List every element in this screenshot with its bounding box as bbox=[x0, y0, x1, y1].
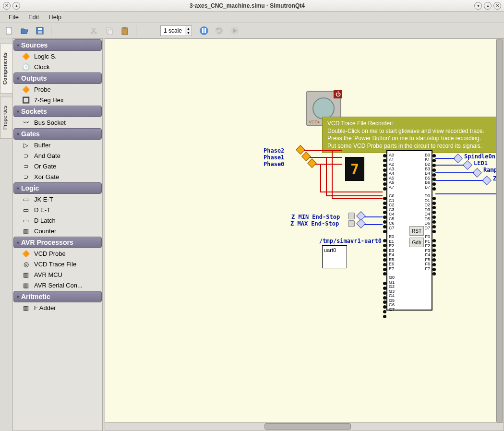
tab-properties[interactable]: Properties bbox=[0, 96, 12, 139]
component-buffer[interactable]: ▷Buffer bbox=[13, 140, 102, 150]
component-icon: ⊃ bbox=[21, 152, 31, 159]
probe-zminhit[interactable] bbox=[482, 176, 492, 185]
menu-edit[interactable]: Edit bbox=[24, 12, 44, 22]
probe-phase2[interactable] bbox=[296, 145, 305, 155]
seven-seg-display[interactable]: 7 bbox=[345, 157, 364, 181]
component-or-gate[interactable]: ⊃Or Gate bbox=[13, 161, 102, 171]
mcu-gdb-button[interactable]: Gdb bbox=[409, 238, 424, 247]
save-button[interactable] bbox=[34, 24, 46, 37]
horizontal-scrollbar[interactable] bbox=[105, 423, 504, 431]
component-label: D Latch bbox=[34, 217, 56, 224]
category-aritmetic[interactable]: Aritmetic bbox=[13, 291, 102, 302]
probe-zmax-sw[interactable] bbox=[356, 219, 366, 228]
avr-mcu[interactable]: A0A1A2A3A4A5A6A7C0C1C2C3C4C5C6C7E0E1E2E3… bbox=[386, 150, 432, 311]
switch-zmin[interactable] bbox=[348, 213, 355, 219]
component-label: Bus Socket bbox=[34, 119, 66, 126]
component-label: VCD Probe bbox=[34, 250, 66, 257]
scale-selector[interactable]: 1 scale ▲▼ bbox=[160, 25, 192, 36]
pause-button[interactable] bbox=[198, 24, 210, 37]
component-label: 7-Seg Hex bbox=[34, 96, 63, 104]
new-button[interactable] bbox=[3, 24, 15, 37]
component-probe[interactable]: 🔶Probe bbox=[13, 84, 102, 95]
component-jk-e-t[interactable]: ▭JK E-T bbox=[13, 194, 102, 204]
close-button[interactable]: ✕ bbox=[493, 2, 501, 10]
svg-rect-7 bbox=[108, 29, 112, 35]
mcu-rst-button[interactable]: RST bbox=[409, 226, 424, 236]
open-button[interactable] bbox=[18, 24, 31, 37]
component-label: VCD Trace File bbox=[34, 261, 76, 268]
circuit-canvas[interactable]: ⏻ VCD▸ VCD Trace File Recorder: Double-C… bbox=[105, 39, 504, 423]
component-vcd-trace-file[interactable]: ◎VCD Trace File bbox=[13, 259, 102, 269]
component-counter[interactable]: ▥Counter bbox=[13, 226, 102, 236]
toolbar: 1 scale ▲▼ bbox=[0, 23, 504, 38]
step-button bbox=[213, 24, 226, 37]
svg-rect-8 bbox=[122, 28, 128, 35]
play-button bbox=[228, 24, 241, 37]
maximize-button[interactable]: ▴ bbox=[484, 2, 492, 10]
tab-components[interactable]: Components bbox=[0, 43, 12, 94]
probe-led1[interactable] bbox=[463, 160, 472, 170]
component-xor-gate[interactable]: ⊃Xor Gate bbox=[13, 171, 102, 182]
vertical-scrollbar[interactable] bbox=[496, 39, 504, 422]
components-panel: Sources🔶Logic S.🕒ClockOutputs🔶Probe🔲7-Se… bbox=[12, 38, 103, 431]
window-title: 3-axes_CNC_machine.simu - SimutronQt4 bbox=[20, 2, 474, 9]
component-f-adder[interactable]: ▥F Adder bbox=[13, 302, 102, 313]
app-menu-icon[interactable]: ✕ bbox=[3, 2, 11, 10]
sticky-icon[interactable]: ▴ bbox=[12, 2, 20, 10]
scale-value: 1 scale bbox=[164, 27, 182, 34]
component-icon: 🔶 bbox=[21, 250, 31, 257]
component-bus-socket[interactable]: 〰Bus Socket bbox=[13, 117, 102, 128]
component-icon: 🕒 bbox=[21, 63, 31, 71]
component-label: And Gate bbox=[34, 152, 60, 159]
probe-phase1[interactable] bbox=[301, 152, 311, 161]
category-avr-processors[interactable]: AVR Processors bbox=[13, 237, 102, 248]
component-avr-serial-con-[interactable]: ▥AVR Serial Con... bbox=[13, 280, 102, 290]
component-icon: ▭ bbox=[21, 195, 31, 203]
component-7-seg-hex[interactable]: 🔲7-Seg Hex bbox=[13, 95, 102, 105]
probe-spindle[interactable] bbox=[453, 154, 463, 163]
canvas-area: ⏻ VCD▸ VCD Trace File Recorder: Double-C… bbox=[105, 38, 504, 431]
copy-button bbox=[103, 24, 116, 37]
component-label: F Adder bbox=[34, 304, 56, 311]
switch-zmax[interactable] bbox=[348, 220, 355, 227]
category-sources[interactable]: Sources bbox=[13, 39, 102, 51]
category-logic[interactable]: Logic bbox=[13, 182, 102, 194]
minimize-button[interactable]: ▾ bbox=[474, 2, 482, 10]
probe-phase0[interactable] bbox=[307, 158, 317, 168]
probe-rampclock[interactable] bbox=[472, 168, 482, 178]
component-d-e-t[interactable]: ▭D E-T bbox=[13, 204, 102, 215]
category-sockets[interactable]: Sockets bbox=[13, 106, 102, 117]
component-clock[interactable]: 🕒Clock bbox=[13, 61, 102, 72]
uart-part[interactable]: uart0 bbox=[322, 245, 347, 268]
component-vcd-probe[interactable]: 🔶VCD Probe bbox=[13, 248, 102, 259]
scale-down[interactable]: ▼ bbox=[185, 31, 192, 35]
cut-button bbox=[88, 24, 100, 37]
svg-rect-9 bbox=[123, 27, 126, 29]
menu-help[interactable]: Help bbox=[44, 12, 66, 22]
component-label: Buffer bbox=[34, 142, 50, 149]
component-icon: 🔲 bbox=[21, 96, 31, 104]
paste-button[interactable] bbox=[119, 24, 131, 37]
label-phase2: Phase2 bbox=[264, 147, 284, 154]
component-icon: ⊃ bbox=[21, 162, 31, 170]
menu-file[interactable]: File bbox=[4, 12, 24, 22]
component-icon: ▥ bbox=[21, 227, 31, 235]
component-logic-s-[interactable]: 🔶Logic S. bbox=[13, 51, 102, 61]
label-uart-path: /tmp/simavr1-uart0 bbox=[319, 238, 382, 244]
component-icon: ◎ bbox=[21, 260, 31, 268]
scale-up[interactable]: ▲ bbox=[185, 26, 192, 31]
svg-rect-3 bbox=[38, 31, 42, 34]
label-led1: LED1 bbox=[474, 160, 488, 167]
category-outputs[interactable]: Outputs bbox=[13, 72, 102, 84]
vcd-tooltip: VCD Trace File Recorder: Double-Click on… bbox=[322, 117, 504, 153]
component-icon: ▷ bbox=[21, 141, 31, 149]
component-and-gate[interactable]: ⊃And Gate bbox=[13, 150, 102, 161]
component-icon: ▭ bbox=[21, 206, 31, 214]
component-label: Or Gate bbox=[34, 163, 56, 170]
category-gates[interactable]: Gates bbox=[13, 128, 102, 140]
component-d-latch[interactable]: ▭D Latch bbox=[13, 215, 102, 226]
component-avr-mcu[interactable]: ▥AVR MCU bbox=[13, 269, 102, 280]
component-icon: ▥ bbox=[21, 271, 31, 278]
svg-point-10 bbox=[200, 26, 208, 35]
power-button-icon[interactable]: ⏻ bbox=[334, 90, 342, 98]
